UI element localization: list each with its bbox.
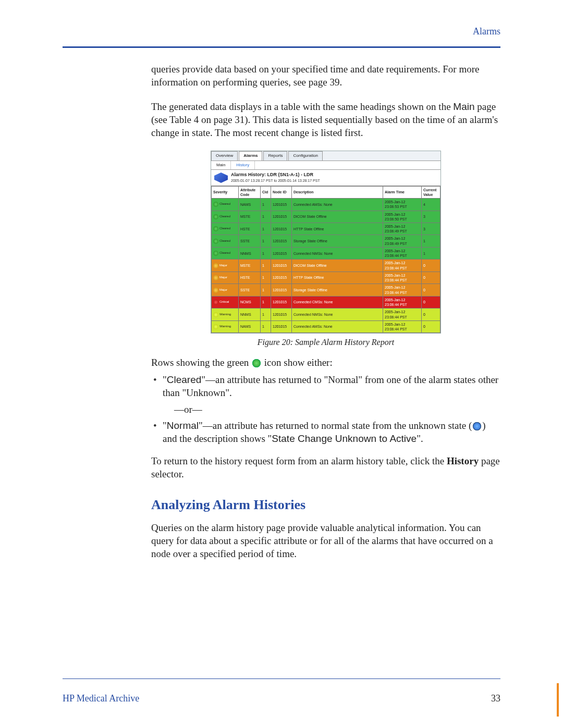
subtab-history[interactable]: History [231, 161, 255, 170]
col-header: Description [292, 186, 383, 198]
text: icon show either: [262, 357, 333, 368]
major-icon [213, 288, 218, 293]
cell: 2005-Jan-12 23:06:44 PST [383, 320, 422, 332]
table-row: ClearedNAMS11201015Connected AMSs: None2… [212, 199, 440, 211]
table-row: MajorSSTE11201015Storage State Offline20… [212, 284, 440, 296]
text: "—an attribute has returned to normal st… [199, 420, 472, 431]
severity-label: Major [219, 276, 227, 280]
rows-intro: Rows showing the green icon show either: [151, 356, 500, 369]
cell: 2005-Jan-12 23:06:44 PST [383, 309, 422, 320]
subtab-main[interactable]: Main [211, 161, 231, 170]
cleared-icon [213, 251, 218, 256]
cell: 1201015 [271, 260, 292, 272]
tab-alarms[interactable]: Alarms [239, 151, 262, 161]
severity-label: Major [219, 264, 227, 268]
alarm-history-table: SeverityAttribute CodeCidNode IDDescript… [211, 186, 440, 334]
warning-icon [213, 324, 218, 329]
cell: DICOM State Offline [292, 211, 383, 223]
severity-label: Critical [219, 300, 229, 304]
cell: 2005-Jan-12 23:06:50 PST [383, 211, 422, 223]
cleared-icon [213, 239, 218, 244]
cell: 2005-Jan-12 23:06:44 PST [383, 272, 422, 283]
cell: 1201015 [271, 211, 292, 223]
severity-label: Cleared [219, 251, 230, 255]
intro-para-2: The generated data displays in a table w… [151, 100, 500, 139]
cell: 1201015 [271, 284, 292, 296]
cell: NAMS [239, 320, 261, 332]
cell: 2005-Jan-12 23:06:44 PST [383, 247, 422, 259]
text: "—an attribute has returned to "Normal" … [163, 374, 498, 398]
cell: 2005-Jan-12 23:06:53 PST [383, 199, 422, 211]
state-change-label: State Change Unknown to Active [272, 433, 417, 444]
cell: 1201015 [271, 247, 292, 259]
table-row: ClearedHSTE11201015HTTP State Offline200… [212, 223, 440, 235]
list-item: "Cleared"—an attribute has returned to "… [151, 373, 500, 415]
cell: 1 [261, 296, 271, 308]
cell: NNMS [239, 309, 261, 320]
footer-product: HP Medical Archive [63, 693, 139, 704]
cell: 1201015 [271, 199, 292, 211]
table-row: CriticalNCMS11201015Connected CMSs: None… [212, 296, 440, 308]
cell: HTTP State Offline [292, 272, 383, 283]
cell: 0 [422, 272, 440, 283]
tab-configuration[interactable]: Configuration [288, 151, 323, 161]
text: Rows showing the green [151, 357, 251, 368]
table-row: WarningNAMS11201015Connected AMSs: None2… [212, 320, 440, 332]
node-icon [214, 172, 228, 183]
cell: 1 [261, 272, 271, 283]
text: ". [417, 433, 423, 444]
severity-label: Major [219, 288, 227, 292]
cell: 1201015 [271, 296, 292, 308]
cell: 1 [422, 235, 440, 247]
cell: 1 [261, 199, 271, 211]
cell: 1 [261, 223, 271, 235]
figure-caption: Figure 20: Sample Alarm History Report [151, 337, 500, 348]
cell: MSTE [239, 211, 261, 223]
orange-accent-bar [557, 683, 559, 717]
severity-label: Warning [219, 325, 231, 329]
table-row: MajorMSTE11201015DICOM State Offline2005… [212, 260, 440, 272]
col-header: Node ID [271, 186, 292, 198]
cell: HTTP State Offline [292, 223, 383, 235]
col-header: Severity [212, 186, 239, 198]
main-label: Main [453, 101, 474, 112]
cell: 2005-Jan-12 23:06:44 PST [383, 296, 422, 308]
cell: 0 [422, 320, 440, 332]
cell: 3 [422, 223, 440, 235]
cell: 1 [422, 247, 440, 259]
cell: 2005-Jan-12 23:06:44 PST [383, 284, 422, 296]
cell: SSTE [239, 235, 261, 247]
cell: 0 [422, 284, 440, 296]
cell: 0 [422, 309, 440, 320]
normal-label: Normal [167, 420, 199, 431]
col-header: Alarm Time [383, 186, 422, 198]
cell: Storage State Offline [292, 284, 383, 296]
cell: NAMS [239, 199, 261, 211]
table-row: ClearedNNMS11201015Connected NMSs: None2… [212, 247, 440, 259]
cleared-icon [213, 202, 218, 207]
figure-20: OverviewAlarmsReportsConfiguration MainH… [151, 151, 500, 348]
cell: 1 [261, 320, 271, 332]
analysis-para: Queries on the alarm history page provid… [151, 521, 500, 560]
cell: Connected NMSs: None [292, 247, 383, 259]
cell: SSTE [239, 284, 261, 296]
cell: NNMS [239, 247, 261, 259]
cell: 4 [422, 199, 440, 211]
list-item: "Normal"—an attribute has returned to no… [151, 419, 500, 445]
critical-icon [213, 300, 218, 305]
text: " [163, 420, 167, 431]
tab-overview[interactable]: Overview [211, 151, 238, 161]
cleared-icon [213, 226, 218, 231]
severity-label: Cleared [219, 215, 230, 219]
footer-rule [63, 678, 500, 679]
severity-label: Cleared [219, 202, 230, 206]
intro-para-1: queries provide data based on your speci… [151, 63, 500, 89]
cell: 1201015 [271, 223, 292, 235]
tab-reports[interactable]: Reports [263, 151, 287, 161]
cell: Connected AMSs: None [292, 199, 383, 211]
section-heading: Analyzing Alarm Histories [151, 496, 500, 514]
cell: Storage State Offline [292, 235, 383, 247]
cell: DICOM State Offline [292, 260, 383, 272]
history-range: 2005-01-07 13:28:17 PST to 2005-01-14 13… [231, 178, 320, 183]
cell: NCMS [239, 296, 261, 308]
